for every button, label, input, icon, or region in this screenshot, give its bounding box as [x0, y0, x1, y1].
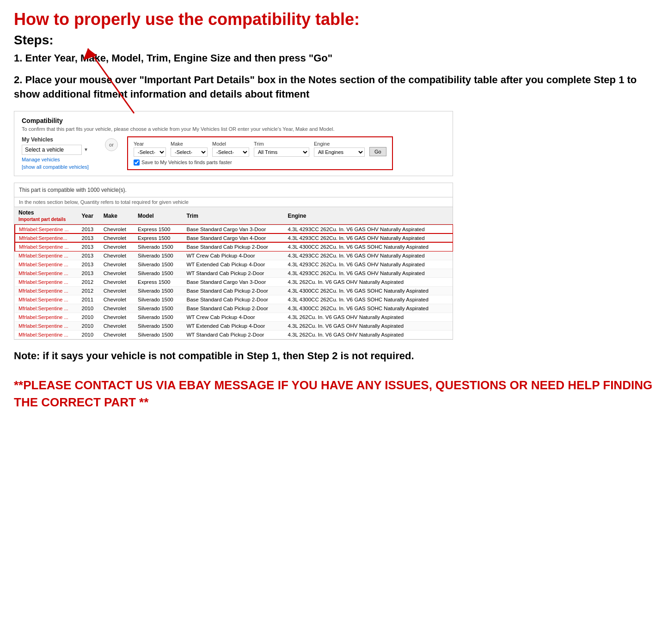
engine-cell: 4.3L 4293CC 262Cu. In. V6 GAS OHV Natura… [284, 233, 453, 242]
model-cell: Silverado 1500 [134, 330, 183, 339]
make-cell: Chevrolet [100, 304, 134, 313]
vehicle-form-box: Year -Select- Make -Select- Model -Selec… [127, 136, 393, 170]
year-cell: 2013 [78, 242, 100, 251]
model-cell: Express 1500 [134, 277, 183, 286]
year-cell: 2010 [78, 313, 100, 321]
year-cell: 2013 [78, 225, 100, 233]
engine-cell: 4.3L 4300CC 262Cu. In. V6 GAS SOHC Natur… [284, 295, 453, 304]
model-cell: Silverado 1500 [134, 321, 183, 330]
compatibility-table: Notes Important part details Year Make M… [14, 207, 453, 339]
model-cell: Silverado 1500 [134, 286, 183, 295]
table-row: Mfrlabel:Serpentine ...2010ChevroletSilv… [15, 313, 453, 321]
table-row: Mfrlabel:Serpentine ...2012ChevroletSilv… [15, 286, 453, 295]
year-cell: 2013 [78, 233, 100, 242]
table-row: Mfrlabel:Serpentine ...2011ChevroletSilv… [15, 295, 453, 304]
table-row: Mfrlabel:Serpentine ...2013ChevroletSilv… [15, 251, 453, 260]
model-column-header: Model [134, 207, 183, 225]
table-row: Mfrlabel:Serpentine ...2010ChevroletSilv… [15, 321, 453, 330]
model-cell: Silverado 1500 [134, 242, 183, 251]
go-button[interactable]: Go [369, 147, 386, 156]
save-checkbox[interactable] [134, 159, 140, 166]
trim-cell: WT Extended Cab Pickup 4-Door [183, 321, 284, 330]
engine-cell: 4.3L 262Cu. In. V6 GAS OHV Naturally Asp… [284, 277, 453, 286]
make-cell: Chevrolet [100, 233, 134, 242]
trim-cell: WT Standard Cab Pickup 2-Door [183, 269, 284, 277]
trim-cell: WT Crew Cab Pickup 4-Door [183, 313, 284, 321]
notes-cell: Mfrlabel:Serpentine ... [15, 225, 78, 233]
table-row: Mfrlabel:Serpentine...2013ChevroletExpre… [15, 233, 453, 242]
make-cell: Chevrolet [100, 330, 134, 339]
trim-label: Trim [254, 141, 309, 147]
make-cell: Chevrolet [100, 321, 134, 330]
year-cell: 2012 [78, 277, 100, 286]
compat-note: In the notes section below, Quantity ref… [14, 197, 453, 207]
notes-cell: Mfrlabel:Serpentine ... [15, 295, 78, 304]
step2-text: 2. Place your mouse over "Important Part… [14, 73, 654, 102]
engine-label: Engine [314, 141, 365, 147]
make-cell: Chevrolet [100, 295, 134, 304]
table-row: Mfrlabel:Serpentine ...2013ChevroletSilv… [15, 260, 453, 269]
save-checkbox-label: Save to My Vehicles to finds parts faste… [141, 159, 232, 165]
or-divider: or [105, 138, 118, 151]
notes-cell: Mfrlabel:Serpentine ... [15, 260, 78, 269]
trim-cell: Base Standard Cargo Van 3-Door [183, 225, 284, 233]
notes-cell: Mfrlabel:Serpentine ... [15, 330, 78, 339]
table-row: Mfrlabel:Serpentine ...2013ChevroletExpr… [15, 225, 453, 233]
year-cell: 2010 [78, 330, 100, 339]
trim-cell: Base Standard Cargo Van 3-Door [183, 277, 284, 286]
trim-cell: Base Standard Cab Pickup 2-Door [183, 304, 284, 313]
model-cell: Express 1500 [134, 233, 183, 242]
trim-cell: WT Standard Cab Pickup 2-Door [183, 330, 284, 339]
year-select[interactable]: -Select- [134, 147, 166, 157]
table-header-row: Notes Important part details Year Make M… [15, 207, 453, 225]
year-column-header: Year [78, 207, 100, 225]
show-all-link[interactable]: [show all compatible vehicles] [22, 164, 96, 170]
table-row: Mfrlabel:Serpentine ...2010ChevroletSilv… [15, 304, 453, 313]
trim-cell: Base Standard Cab Pickup 2-Door [183, 242, 284, 251]
year-label: Year [134, 141, 166, 147]
manage-vehicles-link[interactable]: Manage vehicles [22, 157, 96, 162]
make-cell: Chevrolet [100, 277, 134, 286]
my-vehicles-label: My Vehicles [22, 136, 96, 143]
engine-cell: 4.3L 262Cu. In. V6 GAS OHV Naturally Asp… [284, 321, 453, 330]
trim-cell: WT Extended Cab Pickup 4-Door [183, 260, 284, 269]
year-cell: 2010 [78, 304, 100, 313]
table-row: Mfrlabel:Serpentine ...2013ChevroletSilv… [15, 269, 453, 277]
make-select[interactable]: -Select- [171, 147, 208, 157]
notes-cell: Mfrlabel:Serpentine ... [15, 313, 78, 321]
engine-select[interactable]: All Engines [314, 147, 365, 157]
make-cell: Chevrolet [100, 251, 134, 260]
trim-cell: Base Standard Cab Pickup 2-Door [183, 295, 284, 304]
select-vehicle-dropdown[interactable]: Select a vehicle [22, 145, 82, 155]
trim-select[interactable]: All Trims [254, 147, 309, 157]
notes-cell: Mfrlabel:Serpentine ... [15, 277, 78, 286]
engine-column-header: Engine [284, 207, 453, 225]
make-label: Make [171, 141, 208, 147]
engine-cell: 4.3L 4293CC 262Cu. In. V6 GAS OHV Natura… [284, 225, 453, 233]
notes-cell: Mfrlabel:Serpentine ... [15, 269, 78, 277]
compat-table-section: This part is compatible with 1000 vehicl… [14, 183, 453, 340]
year-cell: 2011 [78, 295, 100, 304]
notes-cell: Mfrlabel:Serpentine... [15, 233, 78, 242]
notes-header-label: Notes [18, 209, 34, 216]
model-cell: Silverado 1500 [134, 304, 183, 313]
engine-cell: 4.3L 4293CC 262Cu. In. V6 GAS OHV Natura… [284, 260, 453, 269]
trim-cell: WT Crew Cab Pickup 4-Door [183, 251, 284, 260]
table-row: Mfrlabel:Serpentine ...2012ChevroletExpr… [15, 277, 453, 286]
engine-cell: 4.3L 4293CC 262Cu. In. V6 GAS OHV Natura… [284, 269, 453, 277]
make-column-header: Make [100, 207, 134, 225]
notes-cell: Mfrlabel:Serpentine ... [15, 304, 78, 313]
model-select[interactable]: -Select- [212, 147, 249, 157]
engine-cell: 4.3L 4300CC 262Cu. In. V6 GAS SOHC Natur… [284, 286, 453, 295]
year-cell: 2013 [78, 260, 100, 269]
model-cell: Silverado 1500 [134, 260, 183, 269]
model-label: Model [212, 141, 249, 147]
engine-cell: 4.3L 4300CC 262Cu. In. V6 GAS SOHC Natur… [284, 242, 453, 251]
my-vehicles-section: My Vehicles Select a vehicle ▼ Manage ve… [22, 136, 96, 170]
model-cell: Silverado 1500 [134, 251, 183, 260]
model-cell: Silverado 1500 [134, 269, 183, 277]
table-row: Mfrlabel:Serpentine ...2013ChevroletSilv… [15, 242, 453, 251]
important-part-details-label: Important part details [18, 217, 66, 222]
year-cell: 2013 [78, 269, 100, 277]
model-cell: Express 1500 [134, 225, 183, 233]
